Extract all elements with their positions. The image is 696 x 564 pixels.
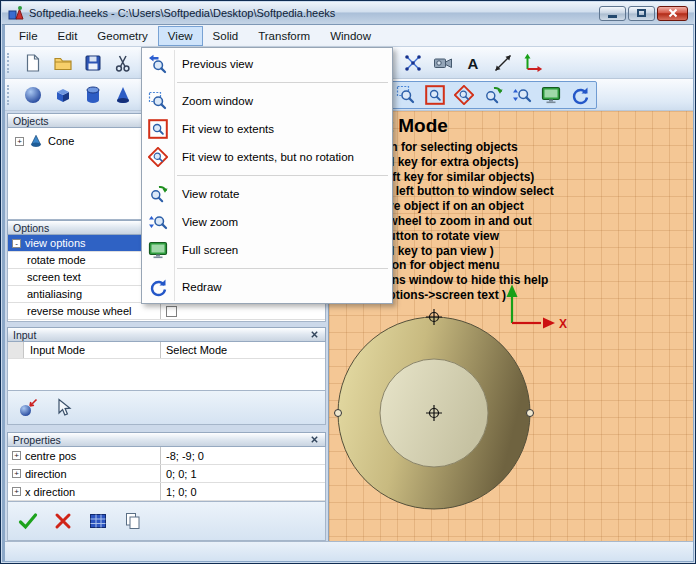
- menu-item-fit-extents-no-rotation[interactable]: Fit view to extents, but no rotation: [142, 143, 392, 171]
- property-value[interactable]: 1; 0; 0: [166, 486, 197, 498]
- menu-edit[interactable]: Edit: [48, 26, 88, 46]
- maximize-button[interactable]: [628, 6, 655, 21]
- sphere-button[interactable]: [19, 81, 47, 108]
- view-zoom-button[interactable]: [508, 83, 536, 107]
- solid-tool-group: [7, 81, 137, 108]
- menu-item-view-rotate[interactable]: View rotate: [142, 180, 392, 208]
- zoom-window-button[interactable]: [392, 83, 420, 107]
- cube-icon: [53, 85, 73, 105]
- input-toolbar: [7, 391, 326, 425]
- cone-icon: [113, 85, 133, 105]
- property-value[interactable]: -8; -9; 0: [166, 450, 204, 462]
- text-a-icon: [463, 53, 483, 73]
- view-zoom-icon: [512, 85, 532, 105]
- property-label: direction: [25, 468, 67, 480]
- properties-panel-header[interactable]: Properties: [7, 432, 326, 447]
- cone-tree-icon: [29, 134, 43, 148]
- cube-button[interactable]: [49, 81, 77, 108]
- titlebar[interactable]: Softpedia.heeks - C:\Users\Softpedia\Des…: [2, 2, 694, 25]
- points-icon: [403, 53, 423, 73]
- close-button[interactable]: [657, 6, 688, 21]
- menu-item-zoom-window[interactable]: Zoom window: [142, 87, 392, 115]
- property-value[interactable]: 0; 0; 1: [166, 468, 197, 480]
- properties-panel-close-button[interactable]: [308, 434, 320, 445]
- dimension-button[interactable]: [489, 49, 517, 76]
- expander-plus-icon[interactable]: +: [12, 469, 21, 478]
- input-mode-value: Select Mode: [166, 344, 227, 356]
- cylinder-icon: [83, 85, 103, 105]
- input-row-gutter: [8, 342, 24, 358]
- menu-item-redraw[interactable]: Redraw: [142, 273, 392, 301]
- menu-window[interactable]: Window: [320, 26, 381, 46]
- status-bar: [5, 541, 693, 561]
- menu-item-fit-extents[interactable]: Fit view to extents: [142, 115, 392, 143]
- menu-solid[interactable]: Solid: [203, 26, 249, 46]
- scissors-icon: [113, 53, 133, 73]
- expander-plus-icon[interactable]: +: [12, 451, 21, 460]
- copy-properties-button[interactable]: [121, 509, 145, 533]
- cylinder-button[interactable]: [79, 81, 107, 108]
- expander-plus-icon[interactable]: +: [12, 487, 21, 496]
- open-file-button[interactable]: [49, 49, 77, 76]
- digitize-icon: [18, 398, 38, 418]
- fit-extents-no-rotation-icon: [148, 147, 168, 167]
- menu-geometry[interactable]: Geometry: [87, 26, 158, 46]
- fit-extents-icon: [148, 119, 168, 139]
- option-label: reverse mouse wheel: [27, 305, 132, 317]
- grid-view-button[interactable]: [86, 509, 110, 533]
- points-button[interactable]: [399, 49, 427, 76]
- redraw-button[interactable]: [566, 83, 594, 107]
- view-rotate-icon: [483, 85, 503, 105]
- expander-plus-icon[interactable]: +: [15, 137, 24, 146]
- tree-item-label: Cone: [48, 135, 74, 147]
- property-label: centre pos: [25, 450, 76, 462]
- camera-view-button[interactable]: [429, 49, 457, 76]
- menu-item-view-zoom[interactable]: View zoom: [142, 208, 392, 236]
- apply-button[interactable]: [16, 509, 40, 533]
- minimize-button[interactable]: [599, 6, 626, 21]
- property-row-x-direction[interactable]: + x direction 1; 0; 0: [8, 483, 325, 501]
- menu-item-previous-view[interactable]: Previous view: [142, 50, 392, 78]
- input-panel-close-button[interactable]: [308, 329, 320, 340]
- input-panel-header[interactable]: Input: [7, 327, 326, 342]
- digitize-position-button[interactable]: [16, 396, 40, 420]
- new-file-button[interactable]: [19, 49, 47, 76]
- input-panel-title: Input: [13, 329, 36, 341]
- copy-icon: [123, 511, 143, 531]
- properties-panel-title: Properties: [13, 434, 61, 446]
- right-handle[interactable]: [527, 410, 534, 417]
- input-mode-row[interactable]: Input Mode Select Mode: [8, 342, 325, 359]
- close-icon: [668, 8, 678, 18]
- objects-panel-title: Objects: [13, 115, 49, 127]
- save-button[interactable]: [79, 49, 107, 76]
- cone-button[interactable]: [109, 81, 137, 108]
- coordinate-system-button[interactable]: [519, 49, 547, 76]
- options-row-reverse-mouse-wheel[interactable]: reverse mouse wheel: [8, 303, 325, 320]
- menu-separator: [142, 264, 392, 273]
- property-row-centre-pos[interactable]: + centre pos -8; -9; 0: [8, 447, 325, 465]
- cursor-arrow-icon: [53, 398, 73, 418]
- cut-button[interactable]: [109, 49, 137, 76]
- property-row-direction[interactable]: + direction 0; 0; 1: [8, 465, 325, 483]
- select-mode-button[interactable]: [51, 396, 75, 420]
- close-icon: [310, 330, 319, 339]
- menu-separator: [142, 78, 392, 87]
- menu-view[interactable]: View: [158, 26, 203, 46]
- reverse-mouse-wheel-checkbox[interactable]: [166, 306, 177, 317]
- axes-icon: [523, 53, 543, 73]
- expander-minus-icon[interactable]: -: [12, 239, 21, 248]
- left-handle[interactable]: [335, 410, 342, 417]
- view-rotate-button[interactable]: [479, 83, 507, 107]
- text-button[interactable]: [459, 49, 487, 76]
- menu-transform[interactable]: Transform: [248, 26, 320, 46]
- cancel-button[interactable]: [51, 509, 75, 533]
- full-screen-button[interactable]: [537, 83, 565, 107]
- menu-item-full-screen[interactable]: Full screen: [142, 236, 392, 264]
- fit-extents-button[interactable]: [421, 83, 449, 107]
- view-menu-popup: Previous view Zoom window Fit view to ex…: [141, 47, 393, 304]
- menu-file[interactable]: File: [9, 26, 48, 46]
- cross-icon: [53, 511, 73, 531]
- fit-extents-no-rotation-button[interactable]: [450, 83, 478, 107]
- axes-indicator: X: [507, 285, 568, 332]
- option-label: rotate mode: [27, 254, 86, 266]
